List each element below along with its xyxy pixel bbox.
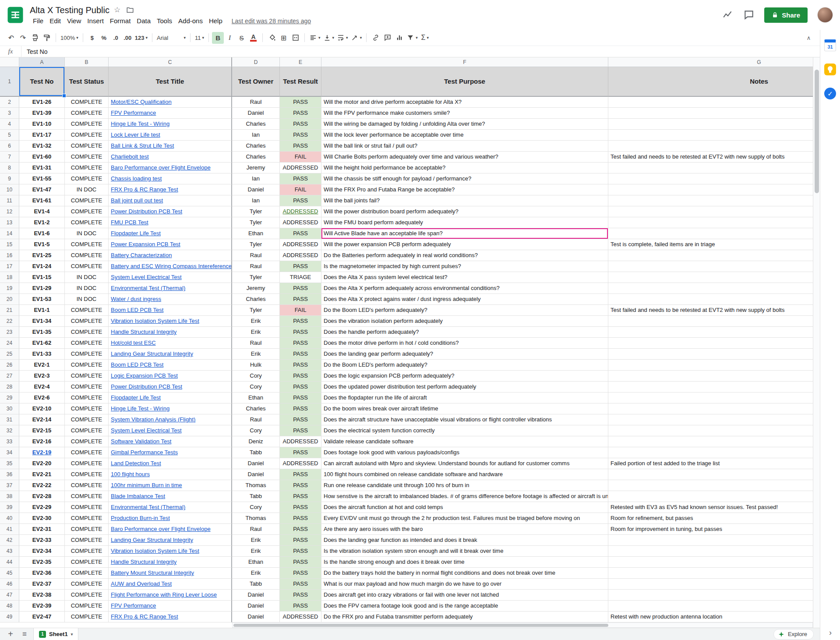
- cell-test-no[interactable]: EV1-5: [19, 239, 65, 250]
- cell-test-result[interactable]: PASS: [280, 108, 321, 119]
- cell-test-purpose[interactable]: Does the flopdapter run the life of airc…: [321, 392, 608, 403]
- cell-notes[interactable]: [608, 316, 813, 327]
- cell-test-no[interactable]: EV1-15: [19, 272, 65, 283]
- cell-test-status[interactable]: COMPLETE: [65, 217, 109, 228]
- cell-test-no[interactable]: EV2-16: [19, 436, 65, 447]
- cell-test-no[interactable]: EV2-36: [19, 568, 65, 579]
- cell-test-no[interactable]: EV1-24: [19, 261, 65, 272]
- row-number[interactable]: 42: [0, 535, 19, 546]
- cell-test-status[interactable]: COMPLETE: [65, 403, 109, 414]
- cell-notes[interactable]: [608, 108, 813, 119]
- cell-test-no[interactable]: EV1-53: [19, 294, 65, 305]
- cell-test-no[interactable]: EV2-39: [19, 601, 65, 612]
- cell-test-owner[interactable]: Erik: [232, 546, 280, 557]
- cell-test-result[interactable]: PASS: [280, 568, 321, 579]
- cell-test-title[interactable]: Flopdapter Life Test: [109, 392, 232, 403]
- text-rotation-button[interactable]: ▾: [349, 32, 364, 44]
- cell-test-owner[interactable]: Raul: [232, 524, 280, 535]
- cell-test-status[interactable]: IN DOC: [65, 184, 109, 195]
- cell-test-owner[interactable]: Erik: [232, 316, 280, 327]
- cell-test-result[interactable]: TRIAGE: [280, 272, 321, 283]
- cell-notes[interactable]: [608, 173, 813, 184]
- cell-notes[interactable]: [608, 272, 813, 283]
- cell-test-result[interactable]: ADDRESSED: [280, 250, 321, 261]
- cell-test-owner[interactable]: Jeremy: [232, 163, 280, 173]
- cell-test-result[interactable]: PASS: [280, 349, 321, 360]
- menu-view[interactable]: View: [64, 17, 84, 25]
- row-number[interactable]: 15: [0, 239, 19, 250]
- cell-test-status[interactable]: COMPLETE: [65, 316, 109, 327]
- menu-addons[interactable]: Add-ons: [175, 17, 206, 25]
- cell-test-owner[interactable]: Daniel: [232, 108, 280, 119]
- row-number[interactable]: 38: [0, 491, 19, 502]
- cell-test-no[interactable]: EV2-1: [19, 360, 65, 371]
- italic-button[interactable]: I: [224, 32, 236, 44]
- insert-chart-button[interactable]: [393, 32, 405, 44]
- cell-test-owner[interactable]: Charles: [232, 294, 280, 305]
- cell-test-title[interactable]: System Vibration Analysis (Flight): [109, 414, 232, 425]
- cell-test-owner[interactable]: Cory: [232, 425, 280, 436]
- cell-test-no[interactable]: EV1-39: [19, 108, 65, 119]
- paint-format-icon[interactable]: [41, 32, 53, 44]
- cell-test-no[interactable]: EV2-15: [19, 425, 65, 436]
- cell-test-purpose[interactable]: Is the vibration isolation system stron …: [321, 546, 608, 557]
- row-number[interactable]: 12: [0, 206, 19, 217]
- row-number[interactable]: 32: [0, 425, 19, 436]
- borders-button[interactable]: ⊞: [278, 32, 289, 44]
- cell-test-owner[interactable]: Tyler: [232, 305, 280, 316]
- cell-test-owner[interactable]: Erik: [232, 349, 280, 360]
- cell-test-owner[interactable]: Daniel: [232, 590, 280, 601]
- cell-test-status[interactable]: IN DOC: [65, 294, 109, 305]
- cell-notes[interactable]: [608, 163, 813, 173]
- cell-test-purpose[interactable]: Will the lock lever performance be accep…: [321, 130, 608, 141]
- cell-test-status[interactable]: COMPLETE: [65, 436, 109, 447]
- cell-test-no[interactable]: EV2-3: [19, 371, 65, 382]
- menu-format[interactable]: Format: [107, 17, 134, 25]
- cell-test-purpose[interactable]: Do the boom wires break over aircraft li…: [321, 403, 608, 414]
- row-number[interactable]: 2: [0, 97, 19, 108]
- cell-notes[interactable]: [608, 382, 813, 392]
- cell-test-status[interactable]: COMPLETE: [65, 97, 109, 108]
- cell-test-status[interactable]: COMPLETE: [65, 590, 109, 601]
- cell-test-result[interactable]: PASS: [280, 228, 321, 239]
- vertical-align-button[interactable]: ▾: [322, 32, 336, 44]
- menu-data[interactable]: Data: [134, 17, 154, 25]
- formula-input[interactable]: Test No: [21, 46, 820, 57]
- avatar[interactable]: [817, 7, 833, 23]
- cell-test-purpose[interactable]: Does the Alta X perform adequately acros…: [321, 283, 608, 294]
- add-sheet-button[interactable]: +: [4, 628, 18, 640]
- row-number[interactable]: 23: [0, 327, 19, 338]
- row-number[interactable]: 22: [0, 316, 19, 327]
- cell-test-owner[interactable]: Daniel: [232, 469, 280, 480]
- cell-test-status[interactable]: COMPLETE: [65, 141, 109, 152]
- cell-test-purpose[interactable]: Does the Alta X pass system level electr…: [321, 272, 608, 283]
- cell-test-purpose[interactable]: 100 flight hours combined on release can…: [321, 469, 608, 480]
- cell-test-owner[interactable]: Erik: [232, 535, 280, 546]
- select-all-corner[interactable]: [0, 57, 19, 67]
- cell-notes[interactable]: [608, 579, 813, 590]
- cell-test-purpose[interactable]: Is the magnetometer impacted by high cur…: [321, 261, 608, 272]
- row-number[interactable]: 27: [0, 371, 19, 382]
- cell-test-purpose[interactable]: What is our max payload and how much mar…: [321, 579, 608, 590]
- cell-test-purpose[interactable]: Will the wiring be damaged by folding / …: [321, 119, 608, 130]
- cell-test-purpose[interactable]: Will Active Blade have an acceptable lif…: [321, 228, 608, 239]
- cell-notes[interactable]: [608, 141, 813, 152]
- cell-notes[interactable]: [608, 447, 813, 458]
- menu-insert[interactable]: Insert: [84, 17, 107, 25]
- cell-test-purpose[interactable]: Do the Batteries perform adequately in r…: [321, 250, 608, 261]
- explore-button[interactable]: Explore: [773, 629, 814, 640]
- horizontal-align-button[interactable]: ▾: [308, 32, 322, 44]
- cell-test-status[interactable]: COMPLETE: [65, 371, 109, 382]
- cell-notes[interactable]: [608, 327, 813, 338]
- cell-notes[interactable]: [608, 195, 813, 206]
- cell-test-owner[interactable]: Raul: [232, 414, 280, 425]
- vertical-scrollbar[interactable]: [813, 57, 820, 628]
- cell-test-purpose[interactable]: Will the chassis be stiff enough for pay…: [321, 173, 608, 184]
- cell-notes[interactable]: [608, 119, 813, 130]
- header-test-title[interactable]: Test Title: [109, 67, 232, 97]
- cell-test-purpose[interactable]: Do the FRX pro and Futaba transmitter pe…: [321, 612, 608, 622]
- cell-test-title[interactable]: FRX Pro & RC Range Test: [109, 184, 232, 195]
- cell-test-result[interactable]: PASS: [280, 425, 321, 436]
- cell-test-no[interactable]: EV2-47: [19, 612, 65, 622]
- cell-test-status[interactable]: COMPLETE: [65, 579, 109, 590]
